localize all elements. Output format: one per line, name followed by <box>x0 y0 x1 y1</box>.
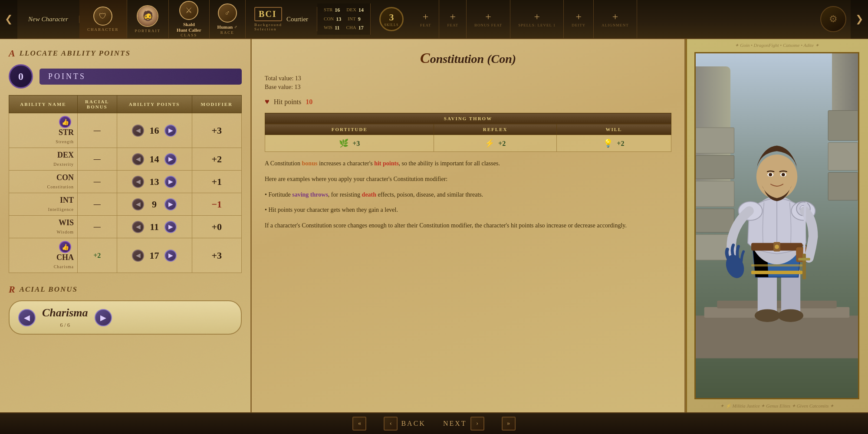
reflex-value: ⚡ +2 <box>434 135 556 152</box>
next-button[interactable]: Next › <box>443 417 484 431</box>
racial-bonus-section: R acial Bonus ◀ Charisma 6 / 6 ▶ <box>9 284 242 335</box>
dex-increase-btn[interactable]: ▶ <box>164 153 177 165</box>
svg-point-33 <box>769 173 772 176</box>
middle-panel: Constitution (Con) Total value: 13 Base … <box>252 39 686 412</box>
nav-section-spells[interactable]: + SPELLS: LEVEL 1 <box>510 0 564 38</box>
stat-int: INT 9 <box>348 15 360 23</box>
description-para1: A Constitution bonus increases a charact… <box>265 158 671 169</box>
dex-decrease-btn[interactable]: ◀ <box>132 153 144 165</box>
will-value: 💡 +2 <box>556 135 671 152</box>
wis-stepper: ◀ 11 ▶ <box>117 216 192 238</box>
table-row: 👍 CHA Charisma +2 ◀ 17 ▶ +3 <box>9 238 242 273</box>
double-right-arrow: » <box>502 417 516 431</box>
svg-rect-29 <box>798 258 810 260</box>
cha-decrease-btn[interactable]: ◀ <box>132 250 144 262</box>
allocate-points-title: A llocate Ability Points <box>9 48 242 59</box>
stat-con: CON 13 <box>324 15 341 23</box>
col-ability-name: Ability Name <box>9 95 78 113</box>
svg-rect-16 <box>751 271 802 274</box>
reflex-icon: ⚡ <box>485 139 494 148</box>
nav-right-arrow[interactable]: ❯ <box>851 0 868 39</box>
bottom-bar: « ‹ Back Next › » <box>0 412 868 434</box>
description-para2: Here are examples where you apply your c… <box>265 174 671 184</box>
thumb-up-cha[interactable]: 👍 <box>59 241 71 253</box>
hit-points-row: ♥ Hit points 10 <box>265 97 671 106</box>
nav-section-deity[interactable]: + DEITY <box>564 0 594 38</box>
cha-stepper: ◀ 17 ▶ <box>117 238 192 273</box>
int-racial-bonus: — <box>78 193 117 216</box>
table-row: WIS Wisdom — ◀ 11 ▶ +0 <box>9 216 242 238</box>
info-title: Constitution (Con) <box>265 50 671 66</box>
svg-point-31 <box>756 155 797 199</box>
description-bullet1: Fortitude saving throws, for resisting d… <box>265 190 671 200</box>
skip-back-button[interactable]: « <box>352 417 366 431</box>
background-value: Courtier <box>286 15 308 23</box>
wis-increase-btn[interactable]: ▶ <box>164 221 177 233</box>
will-header: WILL <box>556 124 671 135</box>
nav-section-class[interactable]: ⚔ SkaldHunt Caller Class <box>169 0 210 38</box>
svg-point-14 <box>755 309 780 322</box>
nav-sections: New Character 🛡 Character 🧔 Portrait ⚔ S… <box>17 0 820 38</box>
int-decrease-btn[interactable]: ◀ <box>132 198 144 210</box>
points-badge: 0 <box>9 64 33 89</box>
points-header: 0 Points <box>9 64 242 89</box>
total-value: Total value: 13 <box>265 75 671 82</box>
svg-point-15 <box>778 309 803 322</box>
skip-forward-button[interactable]: » <box>502 417 516 431</box>
saving-throw-header: SAVING THROW <box>265 113 671 124</box>
charisma-prev-btn[interactable]: ◀ <box>18 309 36 326</box>
nav-section-alignment[interactable]: + ALIGNMENT <box>594 0 637 38</box>
str-increase-btn[interactable]: ▶ <box>164 125 177 137</box>
character-icon: 🛡 <box>93 7 112 26</box>
character-label: Character <box>87 27 119 32</box>
nav-section-background[interactable]: BCI BackgroundSelection Courtier <box>246 7 317 31</box>
wis-modifier: +0 <box>192 216 241 238</box>
cha-increase-btn[interactable]: ▶ <box>164 250 177 262</box>
wis-decrease-btn[interactable]: ◀ <box>132 221 144 233</box>
left-panel: A llocate Ability Points 0 Points Abilit… <box>0 39 252 412</box>
nav-left-arrow[interactable]: ❮ <box>0 0 17 39</box>
description-bullet2: Hit points your character gets when they… <box>265 205 671 215</box>
stats-display: STR 16 DEX 14 CON 13 INT 9 <box>317 3 371 34</box>
portrait-face: 🧔 <box>138 6 158 26</box>
nav-section-character[interactable]: 🛡 Character <box>79 0 127 38</box>
charisma-next-btn[interactable]: ▶ <box>95 309 112 326</box>
ability-con-name: CON Constitution <box>9 171 78 193</box>
skills-circle[interactable]: 3 SKILLS <box>379 7 404 31</box>
str-decrease-btn[interactable]: ◀ <box>132 125 144 137</box>
nav-section-feat1[interactable]: + FEAT <box>412 0 440 38</box>
nav-section-feat2[interactable]: + FEAT <box>439 0 467 38</box>
new-character-label: New Character <box>28 16 68 23</box>
settings-button[interactable]: ⚙ <box>820 6 846 32</box>
main-content: A llocate Ability Points 0 Points Abilit… <box>0 39 868 412</box>
thumb-up-str[interactable]: 👍 <box>59 116 71 128</box>
str-modifier: +3 <box>192 113 241 148</box>
top-navigation: ❮ New Character 🛡 Character 🧔 Portrait ⚔… <box>0 0 868 39</box>
nav-section-bonus-feat[interactable]: + BONUS FEAT <box>467 0 510 38</box>
fortitude-value: 🌿 +3 <box>265 135 434 152</box>
wis-racial-bonus: — <box>78 216 117 238</box>
stat-dex: DEX 14 <box>346 6 364 14</box>
back-button[interactable]: ‹ Back <box>384 417 425 431</box>
nav-section-race[interactable]: ♂ Human ♂ Race <box>210 0 246 38</box>
race-label: Race <box>220 30 234 35</box>
description-para3: If a character's Constitution score chan… <box>265 220 671 231</box>
int-increase-btn[interactable]: ▶ <box>164 198 177 210</box>
character-illustration <box>696 71 858 398</box>
will-icon: 💡 <box>603 139 613 148</box>
double-left-arrow: « <box>352 417 366 431</box>
charisma-label-wrap: Charisma 6 / 6 <box>42 306 88 329</box>
stat-cha: CHA 17 <box>346 23 364 32</box>
bci-logo-wrap: BCI BackgroundSelection <box>254 7 282 31</box>
nav-section-portrait[interactable]: 🧔 Portrait <box>127 0 169 38</box>
con-increase-btn[interactable]: ▶ <box>164 176 177 188</box>
back-arrow-icon: ‹ <box>384 417 398 431</box>
dex-modifier: +2 <box>192 148 241 171</box>
portrait-label: Portrait <box>135 29 161 33</box>
svg-rect-2 <box>696 155 734 179</box>
heart-icon: ♥ <box>265 97 270 106</box>
ability-dex-name: DEX Dexterity <box>9 148 78 171</box>
svg-rect-8 <box>828 172 858 200</box>
stats-row-bot: WIS 11 CHA 17 <box>324 23 364 32</box>
con-decrease-btn[interactable]: ◀ <box>132 176 144 188</box>
